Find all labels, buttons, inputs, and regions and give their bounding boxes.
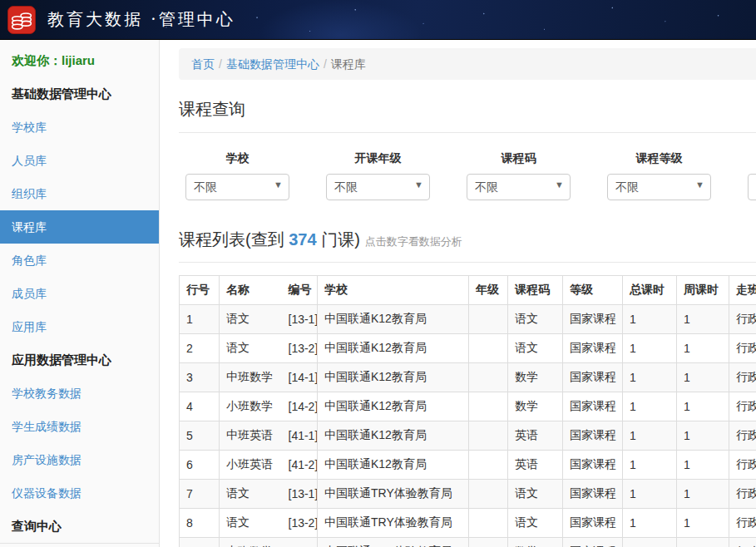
table-cell: 数学 (508, 392, 563, 421)
table-cell (469, 305, 508, 334)
filter-label: 学校 (185, 151, 289, 166)
table-cell: 行政班 (729, 305, 756, 334)
filter-row: 学校不限▼开课年级不限▼课程码不限▼课程等级不限▼▼ (185, 151, 756, 200)
table-cell: [14-1] (282, 538, 318, 547)
table-cell: 中国联通K12教育局 (318, 305, 469, 334)
table-cell: 行政班 (729, 363, 756, 392)
table-cell: 国家课程 (563, 480, 623, 509)
table-cell: 语文 (508, 305, 563, 334)
column-header-年级: 年级 (469, 276, 508, 305)
page-title: 课程查询 (179, 98, 756, 133)
table-cell: 语文 (220, 305, 282, 334)
sidebar-item-组织库[interactable]: 组织库 (0, 177, 159, 210)
table-row: 3中班数学[14-1]中国联通K12教育局数学国家课程11行政班 (180, 363, 756, 392)
table-cell: 1 (677, 538, 729, 547)
table-cell (469, 451, 508, 480)
table-cell: 行政班 (729, 392, 756, 421)
list-hint: 点击数字看数据分析 (365, 235, 462, 248)
sidebar-section-基础数据管理中心: 基础数据管理中心 (0, 77, 159, 111)
filter-label: 课程等级 (607, 151, 711, 166)
table-cell: 国家课程 (563, 538, 623, 547)
column-header-编号: 编号 (282, 276, 318, 305)
sidebar-item-学生成绩数据[interactable]: 学生成绩数据 (0, 410, 159, 443)
table-cell: [14-2] (282, 392, 318, 421)
filter-label: 课程码 (467, 151, 571, 166)
table-cell: 国家课程 (563, 334, 623, 363)
table-cell (469, 363, 508, 392)
table-cell: 1 (677, 363, 729, 392)
table-cell: 1 (623, 363, 677, 392)
table-cell (469, 538, 508, 547)
filter-select-课程等级[interactable]: 不限 (607, 174, 711, 200)
filter-select-extra[interactable] (748, 174, 756, 200)
breadcrumb-item-基础数据管理中心[interactable]: 基础数据管理中心 (226, 57, 319, 71)
welcome-text: 欢迎你：lijiaru (0, 44, 159, 77)
column-header-行号: 行号 (180, 276, 220, 305)
filter-select-开课年级[interactable]: 不限 (326, 174, 430, 200)
table-cell: 语文 (220, 334, 282, 363)
table-cell: 1 (623, 334, 677, 363)
filter-select-课程码[interactable]: 不限 (467, 174, 571, 200)
table-cell: [14-1] (282, 363, 318, 392)
course-table: 行号名称编号学校年级课程码等级总课时周课时走班 1语文[13-1]中国联通K12… (179, 275, 756, 547)
course-count-link[interactable]: 374 (289, 230, 316, 249)
column-header-课程码: 课程码 (508, 276, 563, 305)
table-cell: 中国联通K12教育局 (318, 451, 469, 480)
filter-label (748, 151, 756, 166)
table-cell: 小班数学 (220, 392, 282, 421)
table-cell: 国家课程 (563, 305, 623, 334)
table-cell (469, 480, 508, 509)
table-cell: 8 (180, 509, 220, 538)
table-row: 8语文[13-2]中国联通TRY体验教育局语文国家课程11行政班 (180, 509, 756, 538)
table-cell: 中国联通TRY体验教育局 (318, 480, 469, 509)
breadcrumb-separator: / (215, 57, 226, 71)
table-cell: 中国联通TRY体验教育局 (318, 538, 469, 547)
table-cell: 1 (623, 392, 677, 421)
table-cell: 1 (677, 509, 729, 538)
table-cell (469, 421, 508, 451)
column-header-学校: 学校 (318, 276, 469, 305)
table-cell: 国家课程 (563, 451, 623, 480)
table-cell: 国家课程 (563, 392, 623, 421)
table-row: 6小班英语[41-2]中国联通K12教育局英语国家课程11行政班 (180, 451, 756, 480)
breadcrumb-item-首页[interactable]: 首页 (191, 57, 215, 71)
database-icon (7, 6, 36, 34)
table-cell: [41-2] (282, 451, 318, 480)
column-header-走班: 走班 (729, 276, 756, 305)
sidebar-item-课程库[interactable]: 课程库 (0, 210, 159, 244)
table-cell: 4 (180, 392, 220, 421)
table-cell: 1 (623, 305, 677, 334)
table-header-row: 行号名称编号学校年级课程码等级总课时周课时走班 (180, 276, 756, 305)
table-cell: 语文 (508, 480, 563, 509)
table-body: 1语文[13-1]中国联通K12教育局语文国家课程11行政班2语文[13-2]中… (180, 305, 756, 547)
filter-select-学校[interactable]: 不限 (185, 174, 289, 200)
table-cell: 中国联通K12教育局 (318, 392, 469, 421)
table-cell: 1 (677, 305, 729, 334)
table-cell: 行政班 (729, 421, 756, 451)
table-row: 2语文[13-2]中国联通K12教育局语文国家课程11行政班 (180, 334, 756, 363)
table-cell: 语文 (220, 480, 282, 509)
sidebar-item-学校库[interactable]: 学校库 (0, 111, 159, 144)
table-cell: 中国联通K12教育局 (318, 363, 469, 392)
sidebar-item-成员库[interactable]: 成员库 (0, 277, 159, 310)
table-cell: 1 (623, 421, 677, 451)
sidebar-item-学校教务数据[interactable]: 学校教务数据 (0, 377, 159, 410)
table-cell: 1 (677, 421, 729, 451)
filter-label: 开课年级 (326, 151, 430, 166)
table-cell: 1 (623, 480, 677, 509)
sidebar-item-仪器设备数据[interactable]: 仪器设备数据 (0, 476, 159, 510)
sidebar-item-人员库[interactable]: 人员库 (0, 144, 159, 177)
table-cell: 国家课程 (563, 363, 623, 392)
sidebar-item-应用库[interactable]: 应用库 (0, 310, 159, 343)
sidebar-item-房产设施数据[interactable]: 房产设施数据 (0, 443, 159, 476)
list-title-suffix: 门课) (317, 230, 360, 249)
table-row: 7语文[13-1]中国联通TRY体验教育局语文国家课程11行政班 (180, 480, 756, 509)
table-cell: 行政班 (729, 538, 756, 547)
table-cell: 5 (180, 421, 220, 451)
table-cell (469, 392, 508, 421)
table-cell: 6 (180, 451, 220, 480)
column-header-周课时: 周课时 (677, 276, 729, 305)
sidebar-item-角色库[interactable]: 角色库 (0, 244, 159, 277)
table-cell: 1 (677, 334, 729, 363)
main-content: 首页/基础数据管理中心/课程库 课程查询 学校不限▼开课年级不限▼课程码不限▼课… (160, 40, 756, 547)
